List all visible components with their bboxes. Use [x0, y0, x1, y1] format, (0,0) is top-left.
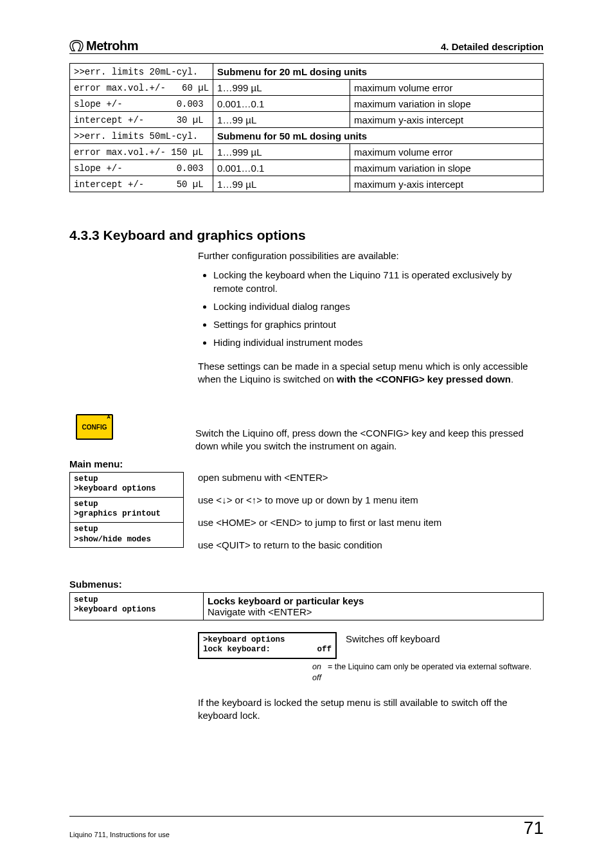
note-post: . [511, 374, 513, 384]
limits-range: 1…999 µL [213, 144, 350, 160]
menu-item-box: setup >keyboard options [69, 472, 184, 498]
menu-desc-enter: open submenu with <ENTER> [198, 472, 544, 483]
feature-item: Settings for graphics printout [213, 318, 544, 331]
menu-desc-home-end: use <HOME> or <END> to jump to first or … [198, 517, 544, 528]
limits-subheader: Submenu for 20 mL dosing units [213, 64, 544, 80]
opt-on-label: on [306, 662, 321, 673]
config-key-label: CONFIG [82, 424, 107, 431]
submenus-label: Submenus: [69, 579, 544, 590]
limits-desc: maximum volume error [350, 144, 544, 160]
limits-range: 1…99 µL [213, 112, 350, 128]
section-intro: Further configuration possibilities are … [198, 249, 544, 262]
opt-off-label: off [306, 673, 321, 683]
note-bold: with the <CONFIG> key pressed down [337, 374, 511, 384]
limits-range: 1…99 µL [213, 176, 350, 192]
limits-desc: maximum variation in slope [350, 96, 544, 112]
feature-item: Hiding individual instrument modes [213, 336, 544, 349]
limits-cell: error max.vol.+/- 150 µL [74, 147, 204, 158]
submenu-left: setup >keyboard options [74, 595, 199, 615]
section-heading: 4.3.3 Keyboard and graphics options [69, 228, 544, 243]
menu-descriptions: open submenu with <ENTER> use <↓> or <↑>… [198, 472, 544, 562]
page-footer: Liquino 711, Instructions for use 71 [69, 816, 544, 838]
limits-cell: slope +/- 0.003 [74, 99, 204, 109]
keyboard-options-box: >keyboard options lock keyboard: off [198, 632, 337, 659]
submenu-right-text: Navigate with <ENTER> [208, 606, 539, 617]
kb-options-detail: on = the Liquino cam only be operated vi… [306, 662, 544, 683]
limits-range: 1…999 µL [213, 80, 350, 96]
limits-cell: error max.vol.+/- 60 µL [74, 83, 209, 93]
submenu-right-title: Locks keyboard or particular keys [208, 595, 539, 606]
feature-list: Locking the keyboard when the Liquino 71… [198, 269, 544, 349]
opt-on-text: = the Liquino cam only be operated via e… [328, 662, 531, 673]
menu-item-box: setup >show/hide modes [69, 523, 184, 548]
menu-desc-quit: use <QUIT> to return to the basic condit… [198, 539, 544, 550]
error-limits-table: >>err. limits 20mL-cyl.Submenu for 20 mL… [69, 63, 544, 192]
limits-range: 0.001…0.1 [213, 96, 350, 112]
section-note: These settings can be made in a special … [198, 360, 544, 386]
kb-box-left: >keyboard options lock keyboard: [203, 635, 285, 655]
config-key-icon: A CONFIG [76, 414, 113, 440]
metrohm-omega-icon [69, 40, 84, 53]
menu-item-box: setup >graphics printout [69, 498, 184, 523]
page-number: 71 [524, 818, 544, 838]
kb-box-right: off [317, 645, 332, 655]
submenu-table: setup >keyboard options Locks keyboard o… [69, 592, 544, 620]
footer-doc-title: Liquino 711, Instructions for use [69, 831, 170, 838]
main-menu-label: Main menu: [69, 458, 544, 469]
feature-item: Locking individual dialog ranges [213, 300, 544, 313]
page-header: Metrohm 4. Detailed description [69, 39, 544, 54]
limits-cell: intercept +/- 30 µL [74, 115, 204, 125]
limits-cell: slope +/- 0.003 [74, 163, 204, 174]
kb-switches-text: Switches off keyboard [346, 632, 544, 644]
menu-desc-arrows: use <↓> or <↑> to move up or down by 1 m… [198, 494, 544, 505]
limits-desc: maximum y-axis intercept [350, 176, 544, 192]
limits-cell: >>err. limits 50mL-cyl. [74, 131, 198, 141]
limits-subheader: Submenu for 50 mL dosing units [213, 128, 544, 144]
limits-cell: intercept +/- 50 µL [74, 179, 204, 190]
limits-range: 0.001…0.1 [213, 160, 350, 176]
kb-tail-note: If the keyboard is locked the setup menu… [198, 696, 544, 723]
config-instruction: Switch the Liquino off, press down the <… [195, 427, 544, 453]
brand-name: Metrohm [86, 39, 138, 53]
feature-item: Locking the keyboard when the Liquino 71… [213, 269, 544, 295]
limits-desc: maximum variation in slope [350, 160, 544, 176]
limits-cell: >>err. limits 20mL-cyl. [74, 67, 198, 77]
brand-logo: Metrohm [69, 39, 138, 53]
header-section-title: 4. Detailed description [441, 41, 544, 52]
limits-desc: maximum volume error [350, 80, 544, 96]
limits-desc: maximum y-axis intercept [350, 112, 544, 128]
config-key-superscript: A [107, 414, 111, 420]
menu-item-stack: setup >keyboard optionssetup >graphics p… [69, 472, 184, 548]
